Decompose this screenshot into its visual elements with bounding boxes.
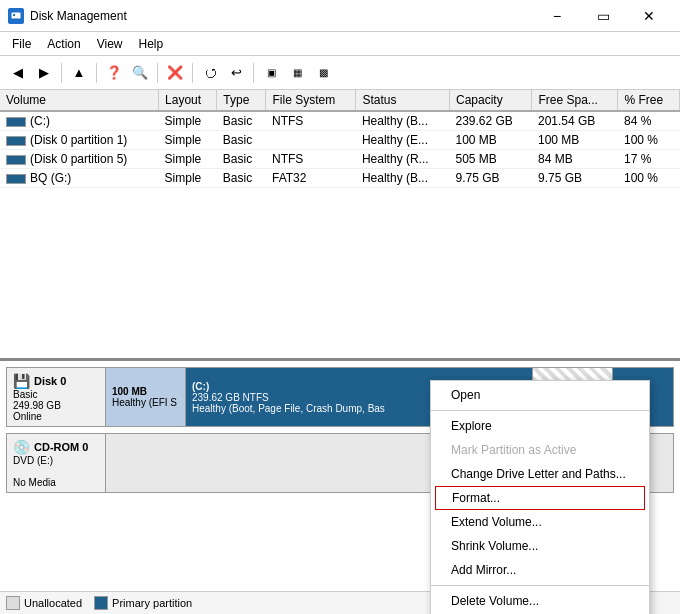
cdrom-status: No Media: [13, 477, 99, 488]
undo-button[interactable]: ↩: [224, 61, 248, 85]
back-button[interactable]: ◀: [6, 61, 30, 85]
menu-view[interactable]: View: [89, 35, 131, 53]
table-cell: (Disk 0 partition 5): [0, 150, 159, 169]
context-menu-item-add-mirror---[interactable]: Add Mirror...: [431, 558, 649, 582]
forward-button[interactable]: ▶: [32, 61, 56, 85]
col-filesystem: File System: [266, 90, 356, 111]
context-menu-item-extend-volume---[interactable]: Extend Volume...: [431, 510, 649, 534]
title-bar-controls: − ▭ ✕: [534, 0, 672, 32]
delete-button[interactable]: ❌: [163, 61, 187, 85]
disk-0-status: Online: [13, 411, 99, 422]
legend-primary-label: Primary partition: [112, 597, 192, 609]
table-cell: Healthy (B...: [356, 169, 450, 188]
context-menu-separator: [431, 585, 649, 586]
menu-bar: File Action View Help: [0, 32, 680, 56]
col-type: Type: [217, 90, 266, 111]
table-cell: Healthy (E...: [356, 131, 450, 150]
col-freespace: Free Spa...: [532, 90, 618, 111]
toolbar-separator-5: [253, 63, 254, 83]
partition-efi[interactable]: 100 MB Healthy (EFI S: [106, 368, 186, 426]
menu-file[interactable]: File: [4, 35, 39, 53]
up-button[interactable]: ▲: [67, 61, 91, 85]
table-cell: (Disk 0 partition 1): [0, 131, 159, 150]
disk-view-3[interactable]: ▩: [311, 61, 335, 85]
toolbar-separator-3: [157, 63, 158, 83]
close-button[interactable]: ✕: [626, 0, 672, 32]
table-cell: 100 %: [618, 169, 680, 188]
table-cell: (C:): [0, 111, 159, 131]
title-bar-title: Disk Management: [30, 9, 127, 23]
context-menu-separator: [431, 410, 649, 411]
table-row[interactable]: (Disk 0 partition 5)SimpleBasicNTFSHealt…: [0, 150, 680, 169]
disk-table: Volume Layout Type File System Status Ca…: [0, 90, 680, 188]
toolbar-separator-4: [192, 63, 193, 83]
svg-rect-0: [11, 12, 21, 19]
table-cell: 9.75 GB: [532, 169, 618, 188]
context-menu-item-change-drive-letter-and-paths---[interactable]: Change Drive Letter and Paths...: [431, 462, 649, 486]
table-cell: 9.75 GB: [449, 169, 531, 188]
table-cell: 100 MB: [449, 131, 531, 150]
table-cell: [266, 131, 356, 150]
legend-unallocated: Unallocated: [6, 596, 82, 610]
table-cell: Basic: [217, 169, 266, 188]
svg-rect-1: [13, 14, 15, 16]
table-cell: FAT32: [266, 169, 356, 188]
cdrom-name: CD-ROM 0: [34, 441, 88, 453]
legend-primary-box: [94, 596, 108, 610]
table-cell: 201.54 GB: [532, 111, 618, 131]
context-menu-item-open[interactable]: Open: [431, 383, 649, 407]
toolbar: ◀ ▶ ▲ ❓ 🔍 ❌ ⭯ ↩ ▣ ▦ ▩: [0, 56, 680, 90]
table-cell: BQ (G:): [0, 169, 159, 188]
table-cell: Simple: [159, 169, 217, 188]
col-volume: Volume: [0, 90, 159, 111]
table-cell: NTFS: [266, 111, 356, 131]
context-menu-item-mark-partition-as-active: Mark Partition as Active: [431, 438, 649, 462]
table-row[interactable]: (Disk 0 partition 1)SimpleBasicHealthy (…: [0, 131, 680, 150]
context-menu-item-delete-volume---[interactable]: Delete Volume...: [431, 589, 649, 613]
partition-efi-status: Healthy (EFI S: [112, 397, 179, 408]
context-menu-item-shrink-volume---[interactable]: Shrink Volume...: [431, 534, 649, 558]
search-button[interactable]: 🔍: [128, 61, 152, 85]
table-cell: 84 %: [618, 111, 680, 131]
disk-0-size: 249.98 GB: [13, 400, 99, 411]
table-row[interactable]: BQ (G:)SimpleBasicFAT32Healthy (B...9.75…: [0, 169, 680, 188]
menu-action[interactable]: Action: [39, 35, 88, 53]
volume-icon: [6, 155, 26, 165]
col-layout: Layout: [159, 90, 217, 111]
table-cell: NTFS: [266, 150, 356, 169]
context-menu-item-explore[interactable]: Explore: [431, 414, 649, 438]
app-icon: [8, 8, 24, 24]
upper-table-area: Volume Layout Type File System Status Ca…: [0, 90, 680, 361]
table-cell: Simple: [159, 131, 217, 150]
toolbar-separator-2: [96, 63, 97, 83]
disk-view-2[interactable]: ▦: [285, 61, 309, 85]
toolbar-separator-1: [61, 63, 62, 83]
col-capacity: Capacity: [449, 90, 531, 111]
disk-label-0: 💾 Disk 0 Basic 249.98 GB Online: [6, 367, 106, 427]
help-button[interactable]: ❓: [102, 61, 126, 85]
menu-help[interactable]: Help: [131, 35, 172, 53]
volume-icon: [6, 174, 26, 184]
table-header-row: Volume Layout Type File System Status Ca…: [0, 90, 680, 111]
col-status: Status: [356, 90, 450, 111]
table-cell: Healthy (R...: [356, 150, 450, 169]
disk-label-cdrom: 💿 CD-ROM 0 DVD (E:) No Media: [6, 433, 106, 493]
legend-unalloc-box: [6, 596, 20, 610]
context-menu-item-format---[interactable]: Format...: [435, 486, 645, 510]
table-cell: 239.62 GB: [449, 111, 531, 131]
table-row[interactable]: (C:)SimpleBasicNTFSHealthy (B...239.62 G…: [0, 111, 680, 131]
partition-efi-size: 100 MB: [112, 386, 179, 397]
table-cell: 100 %: [618, 131, 680, 150]
refresh-button[interactable]: ⭯: [198, 61, 222, 85]
title-bar: Disk Management − ▭ ✕: [0, 0, 680, 32]
minimize-button[interactable]: −: [534, 0, 580, 32]
cdrom-type: DVD (E:): [13, 455, 99, 466]
table-cell: Basic: [217, 111, 266, 131]
volume-icon: [6, 136, 26, 146]
maximize-button[interactable]: ▭: [580, 0, 626, 32]
table-cell: 505 MB: [449, 150, 531, 169]
table-cell: 84 MB: [532, 150, 618, 169]
disk-view-1[interactable]: ▣: [259, 61, 283, 85]
col-percentfree: % Free: [618, 90, 680, 111]
cdrom-blank: [13, 466, 99, 477]
